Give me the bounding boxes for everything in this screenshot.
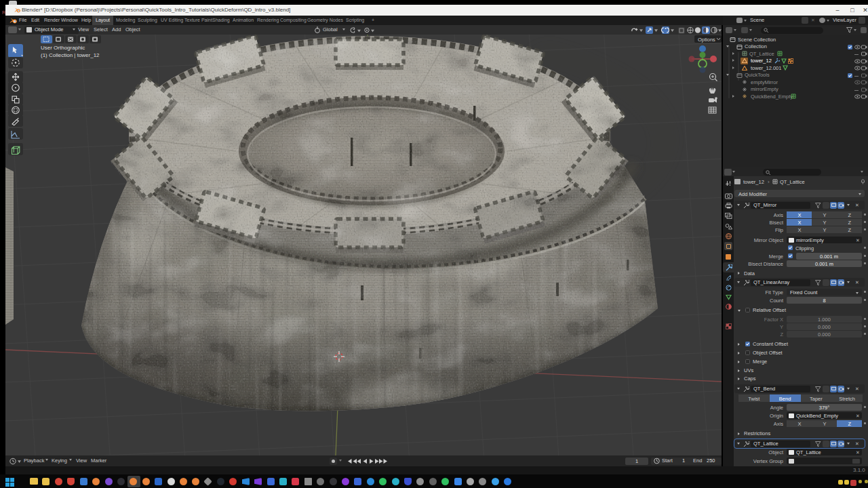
svg-text:User Orthographic: User Orthographic (41, 45, 85, 51)
svg-text:Options: Options (698, 37, 715, 43)
svg-text:(1) Collection | tower_12: (1) Collection | tower_12 (41, 52, 100, 58)
